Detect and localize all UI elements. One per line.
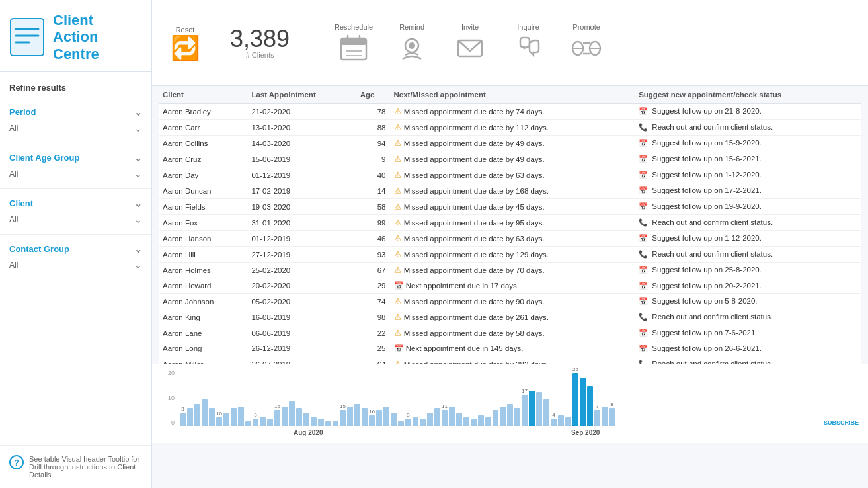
bar[interactable] <box>602 407 608 426</box>
bar[interactable] <box>594 410 600 426</box>
bar-wrapper[interactable] <box>289 401 295 426</box>
bar-wrapper[interactable] <box>245 421 251 426</box>
bar-wrapper[interactable] <box>463 417 469 426</box>
table-row[interactable]: Aaron Day 01-12-2019 40 ⚠ Missed appoint… <box>159 167 861 183</box>
bar-wrapper[interactable] <box>529 391 535 426</box>
bar-wrapper[interactable] <box>296 408 302 426</box>
table-row[interactable]: Aaron Long 26-12-2019 25 📅 Next appointm… <box>159 341 861 356</box>
bar[interactable] <box>536 392 542 426</box>
bar[interactable] <box>471 419 477 426</box>
filter-period-header[interactable]: Period ⌄ <box>9 102 142 120</box>
bar-wrapper[interactable] <box>449 407 455 426</box>
bar-wrapper[interactable] <box>413 417 418 426</box>
bar-wrapper[interactable]: 11 <box>442 410 448 426</box>
bar-wrapper[interactable]: 3 <box>180 413 186 426</box>
bar[interactable] <box>180 413 186 426</box>
bar[interactable] <box>413 417 418 426</box>
bar-wrapper[interactable] <box>231 408 237 426</box>
bar[interactable] <box>500 407 506 426</box>
bar-wrapper[interactable] <box>536 392 542 426</box>
bar[interactable] <box>289 401 295 426</box>
bar[interactable] <box>296 408 302 426</box>
table-row[interactable]: Aaron Miller 26-07-2019 64 ⚠ Missed appo… <box>159 356 861 364</box>
bar[interactable] <box>449 407 455 426</box>
bar[interactable] <box>260 417 266 426</box>
bar-wrapper[interactable] <box>209 408 215 426</box>
bar[interactable] <box>340 410 346 426</box>
table-row[interactable]: Aaron Carr 13-01-2020 88 ⚠ Missed appoin… <box>159 120 861 136</box>
bar-wrapper[interactable] <box>223 413 229 426</box>
table-row[interactable]: Aaron Bradley 21-02-2020 78 ⚠ Missed app… <box>159 104 861 120</box>
bar[interactable] <box>507 404 513 426</box>
bar-wrapper[interactable]: 15 <box>274 410 280 426</box>
bar[interactable] <box>420 419 426 426</box>
bar[interactable] <box>463 417 469 426</box>
filter-client-value[interactable]: All ⌄ <box>9 212 142 230</box>
table-row[interactable]: Aaron Howard 20-02-2020 29 📅 Next appoin… <box>159 278 861 294</box>
bar-wrapper[interactable] <box>333 421 338 426</box>
bar-wrapper[interactable] <box>485 417 491 426</box>
bar-wrapper[interactable] <box>383 407 389 426</box>
bar[interactable] <box>267 419 273 426</box>
bar[interactable] <box>514 408 520 426</box>
bar-wrapper[interactable] <box>194 404 200 426</box>
bar-wrapper[interactable] <box>238 407 244 426</box>
bar[interactable] <box>282 407 288 426</box>
bar[interactable] <box>347 407 353 426</box>
table-row[interactable]: Aaron Lane 06-06-2019 22 ⚠ Missed appoin… <box>159 325 861 341</box>
reset-button[interactable]: Reset 🔁 <box>165 26 205 60</box>
bar[interactable] <box>245 421 251 426</box>
bar-wrapper[interactable] <box>347 407 353 426</box>
bar-wrapper[interactable] <box>318 419 324 426</box>
bar-wrapper[interactable] <box>187 408 193 426</box>
bar[interactable] <box>318 419 324 426</box>
bar-wrapper[interactable] <box>493 410 498 426</box>
bar[interactable] <box>391 413 397 426</box>
table-row[interactable]: Aaron Johnson 05-02-2020 74 ⚠ Missed app… <box>159 294 861 309</box>
table-row[interactable]: Aaron Hanson 01-12-2019 46 ⚠ Missed appo… <box>159 231 861 247</box>
bar[interactable] <box>398 421 404 426</box>
bar-wrapper[interactable] <box>514 408 520 426</box>
bar-wrapper[interactable] <box>391 413 397 426</box>
bar[interactable] <box>216 417 222 426</box>
bar-wrapper[interactable] <box>420 419 426 426</box>
bar[interactable] <box>543 399 549 426</box>
bar-wrapper[interactable]: 7 <box>594 410 600 426</box>
bar[interactable] <box>456 413 462 426</box>
bar-wrapper[interactable] <box>362 408 368 426</box>
table-row[interactable]: Aaron Cruz 15-06-2019 9 ⚠ Missed appoint… <box>159 151 861 167</box>
filter-age-value[interactable]: All ⌄ <box>9 166 142 184</box>
filter-period-value[interactable]: All ⌄ <box>9 120 142 139</box>
bar-wrapper[interactable]: 15 <box>340 410 346 426</box>
bar-wrapper[interactable] <box>471 419 477 426</box>
remind-button[interactable]: Remind <box>392 23 432 63</box>
bar[interactable] <box>580 378 586 426</box>
bar-wrapper[interactable] <box>427 413 433 426</box>
reschedule-button[interactable]: Reschedule <box>334 23 374 63</box>
bar-wrapper[interactable]: 8 <box>609 408 615 426</box>
bar-wrapper[interactable] <box>202 399 208 426</box>
bar[interactable] <box>565 417 571 426</box>
bar-wrapper[interactable]: 25 <box>572 373 578 426</box>
filter-contact-value[interactable]: All ⌄ <box>9 257 142 276</box>
bar[interactable] <box>311 417 317 426</box>
bar[interactable] <box>223 413 229 426</box>
bar-wrapper[interactable]: 16 <box>369 415 375 426</box>
bar-wrapper[interactable] <box>500 407 506 426</box>
bar-wrapper[interactable] <box>587 386 593 426</box>
table-row[interactable]: Aaron Hill 27-12-2019 93 ⚠ Missed appoin… <box>159 247 861 263</box>
bar-wrapper[interactable] <box>282 407 288 426</box>
bar[interactable] <box>209 408 215 426</box>
table-row[interactable]: Aaron Holmes 25-02-2020 67 ⚠ Missed appo… <box>159 263 861 278</box>
promote-button[interactable]: Promote <box>567 23 606 63</box>
bar-wrapper[interactable]: 3 <box>405 419 411 426</box>
bar-wrapper[interactable] <box>580 378 586 426</box>
bar-wrapper[interactable] <box>376 410 382 426</box>
invite-button[interactable]: Invite <box>450 23 490 63</box>
bar[interactable] <box>405 419 411 426</box>
filter-client-header[interactable]: Client ⌄ <box>9 193 142 212</box>
bar[interactable] <box>434 408 440 426</box>
bar-wrapper[interactable] <box>507 404 513 426</box>
bar[interactable] <box>609 408 615 426</box>
bar-wrapper[interactable] <box>398 421 404 426</box>
